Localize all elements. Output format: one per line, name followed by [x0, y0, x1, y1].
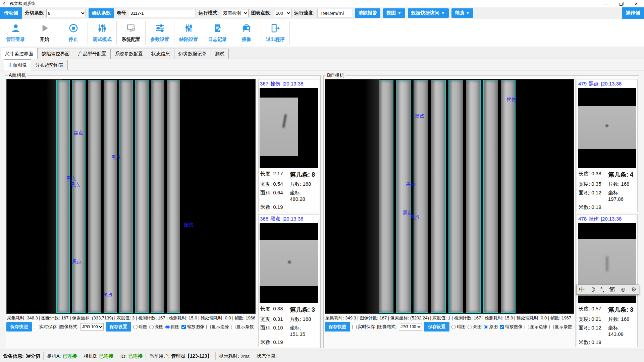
original-image-radio[interactable]: 原图	[484, 324, 498, 330]
defect-stats: 长度: 2.17 第几条: 8 宽度: 0.54 片数: 168 面积: 0.6…	[260, 168, 318, 211]
bright-image-radio[interactable]: 亮图	[149, 324, 163, 330]
save-settings-button[interactable]: 保存设置	[106, 322, 131, 331]
close-button[interactable]: ✕	[629, 0, 644, 7]
panel-a-groupbox: A面相机 黑点黑点黑点黑点挫伤黑点黑点 采集耗时: 348.3 | 图像计数: …	[5, 72, 321, 348]
clear-alarm-button[interactable]: 清除报警	[355, 8, 380, 18]
defect-card[interactable]: 478 挫伤 |20:13:38 长度: 0.57 第几条: 3 宽度: 0.2…	[577, 214, 638, 347]
defect-card[interactable]: 367 挫伤 |20:13:38 长度: 2.17 第几条: 8 宽度: 0.5…	[258, 79, 319, 212]
minimize-button[interactable]: —	[598, 0, 613, 7]
roll-number-label: 卷号	[117, 10, 126, 16]
dark-image-radio[interactable]: 暗图	[133, 324, 147, 330]
save-snapshot-button[interactable]: 保存快照	[6, 322, 32, 331]
show-edge-checkbox[interactable]: 显示边缘	[206, 324, 229, 330]
show-strip-count-checkbox[interactable]: 显示条数	[231, 324, 254, 330]
zoom-image-checkbox[interactable]: 缩放图像	[500, 324, 523, 330]
app-logo-icon	[3, 1, 7, 7]
ime-item-0[interactable]: 中	[579, 286, 585, 294]
image-format-select[interactable]: JPG 100	[80, 323, 104, 330]
camera-button[interactable]: 摄像	[232, 21, 261, 45]
restore-button[interactable]	[613, 0, 629, 7]
defect-image-label: 黑点	[70, 182, 80, 187]
parameter-settings-button[interactable]: 参数设置	[146, 21, 174, 45]
camera-panels: A面相机 黑点黑点黑点黑点挫伤黑点黑点 采集耗时: 348.3 | 图像计数: …	[0, 70, 644, 350]
dark-image-radio[interactable]: 暗图	[451, 324, 466, 330]
film-strip-6	[466, 80, 481, 313]
defect-thumbnail	[260, 223, 318, 303]
ime-item-2[interactable]: °,	[600, 286, 604, 293]
camera-b-status-label: 相机B:	[84, 353, 97, 359]
defect-time: |20:13:38	[282, 81, 303, 87]
drive-side-button[interactable]: 传动侧	[0, 7, 22, 19]
panel-b-title: B面相机	[326, 72, 345, 78]
panel-a-defect-list: 367 挫伤 |20:13:38 长度: 2.17 第几条: 8 宽度: 0.5…	[257, 79, 319, 347]
defect-type: 挫伤	[589, 216, 599, 222]
original-image-radio[interactable]: 原图	[165, 324, 179, 330]
system-config-button[interactable]: 系统配置	[117, 21, 146, 45]
panel-b-defect-list: 479 黑点 |20:13:38 长度: 0.38 第几条: 4 宽度: 0.3…	[575, 79, 638, 347]
film-strip-7	[483, 80, 498, 313]
slit-count-select[interactable]: 8	[46, 9, 86, 17]
show-strip-count-checkbox[interactable]: 显示条数	[549, 324, 572, 330]
run-speed-value: 198.9m/mi	[317, 9, 352, 17]
camera-b-image[interactable]: 挫伤黑点黑点黑点黑点	[325, 79, 574, 314]
defect-type: 黑点	[589, 81, 599, 87]
operator-side-button[interactable]: 操作侧	[622, 7, 644, 19]
roll-number-input[interactable]	[129, 9, 196, 17]
film-strip-8	[501, 80, 516, 313]
user-icon	[11, 23, 21, 35]
main-tab-2[interactable]: 产品型号配置	[74, 49, 111, 59]
defect-settings-button[interactable]: 缺陷设置	[174, 21, 203, 45]
defect-card[interactable]: 366 黑点 |20:13:38 长度: 0.38 第几条: 3 宽度: 0.3…	[258, 214, 319, 347]
defect-card[interactable]: 479 黑点 |20:13:38 长度: 0.38 第几条: 4 宽度: 0.3…	[577, 79, 638, 212]
run-mode-select[interactable]: 双面检测	[222, 9, 249, 17]
realtime-save-checkbox[interactable]: 实时保存	[352, 324, 375, 330]
bright-image-radio[interactable]: 亮图	[468, 324, 482, 330]
device-info-value: 3#分切	[25, 353, 40, 359]
ime-item-3[interactable]: 简	[609, 286, 615, 294]
camera-a-controls: 保存快照 实时保存 |图像格式: JPG 100 保存设置 暗图 亮图 原图 缩…	[6, 322, 256, 332]
defect-image-label: 黑点	[103, 293, 113, 297]
defect-header: 367 挫伤 |20:13:38	[260, 80, 318, 88]
stop-icon	[68, 23, 78, 35]
defect-image-label: 黑点	[66, 176, 76, 181]
zoom-image-checkbox[interactable]: 缩放图像	[181, 324, 204, 330]
confirm-count-button[interactable]: 确认条数	[89, 8, 114, 18]
start-button[interactable]: 开始	[30, 21, 59, 45]
image-format-select[interactable]: JPG 100	[399, 323, 422, 330]
sub-tab-0[interactable]: 正面图像	[4, 59, 31, 70]
log-record-button[interactable]: 日志记录	[203, 21, 232, 45]
camera-a-image[interactable]: 黑点黑点黑点黑点挫伤黑点黑点	[6, 79, 256, 314]
camera-icon	[241, 23, 252, 35]
defect-header: 479 黑点 |20:13:38	[578, 80, 636, 88]
defect-header: 478 挫伤 |20:13:38	[578, 215, 636, 223]
main-tab-3[interactable]: 系统参数配置	[110, 49, 147, 59]
defect-type: 挫伤	[270, 81, 280, 87]
main-tab-6[interactable]: 测试	[211, 49, 229, 59]
save-snapshot-button[interactable]: 保存快照	[325, 322, 350, 331]
main-tab-5[interactable]: 边缘数据记录	[174, 49, 211, 59]
view-menu-button[interactable]: 视图 ▼	[383, 8, 405, 18]
panel-a-title: A面相机	[8, 72, 27, 78]
film-strip-4	[431, 80, 446, 313]
admin-login-button[interactable]: 管理登录	[1, 21, 30, 45]
current-user-label: 当前用户:	[149, 353, 169, 359]
help-menu-button[interactable]: 帮助 ▼	[451, 8, 474, 18]
main-tab-1[interactable]: 缺陷监控界面	[37, 49, 74, 59]
data-quick-access-menu-button[interactable]: 数据快捷访问 ▼	[408, 8, 449, 18]
show-edge-checkbox[interactable]: 显示边缘	[525, 324, 547, 330]
sub-tab-1[interactable]: 分布趋势图表	[31, 60, 68, 70]
save-settings-button[interactable]: 保存设置	[424, 322, 449, 331]
debug-mode-button[interactable]: 调试模式	[88, 21, 117, 45]
exit-program-button[interactable]: 退出程序	[261, 21, 290, 45]
ime-item-1[interactable]: ☽	[590, 286, 595, 293]
defect-thumbnail	[578, 88, 636, 168]
main-tab-4[interactable]: 状态信息	[147, 49, 174, 59]
stop-button[interactable]: 停止	[59, 21, 88, 45]
film-strip-1	[56, 80, 70, 313]
ime-item-5[interactable]: ⚙	[631, 286, 637, 293]
main-tab-0[interactable]: 尺寸监控界面	[1, 48, 38, 59]
realtime-save-checkbox[interactable]: 实时保存	[34, 324, 57, 330]
chart-points-select[interactable]: 100	[274, 9, 291, 17]
ime-item-4[interactable]: ☺	[620, 286, 626, 293]
film-strip-7	[151, 80, 164, 313]
